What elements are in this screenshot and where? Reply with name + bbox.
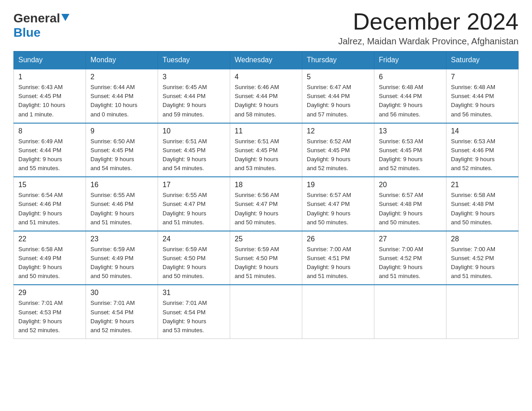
day-number: 11 xyxy=(235,127,297,135)
day-number: 18 xyxy=(235,181,297,189)
day-number: 8 xyxy=(18,127,81,135)
header-row: Sunday Monday Tuesday Wednesday Thursday… xyxy=(14,51,519,69)
month-title: December 2024 xyxy=(338,9,519,34)
day-info: Sunrise: 6:49 AMSunset: 4:44 PMDaylight:… xyxy=(18,137,81,173)
day-info: Sunrise: 7:01 AMSunset: 4:53 PMDaylight:… xyxy=(18,299,81,335)
svg-marker-0 xyxy=(61,14,69,21)
calendar-cell: 17Sunrise: 6:55 AMSunset: 4:47 PMDayligh… xyxy=(158,177,230,231)
day-info: Sunrise: 7:01 AMSunset: 4:54 PMDaylight:… xyxy=(163,299,225,335)
day-number: 2 xyxy=(90,73,153,81)
calendar-cell: 2Sunrise: 6:44 AMSunset: 4:44 PMDaylight… xyxy=(86,69,158,123)
calendar-week-1: 1Sunrise: 6:43 AMSunset: 4:45 PMDaylight… xyxy=(14,69,519,123)
day-info: Sunrise: 6:59 AMSunset: 4:50 PMDaylight:… xyxy=(235,245,297,281)
day-info: Sunrise: 6:53 AMSunset: 4:45 PMDaylight:… xyxy=(379,137,442,173)
calendar-cell: 25Sunrise: 6:59 AMSunset: 4:50 PMDayligh… xyxy=(230,231,302,285)
calendar-week-5: 29Sunrise: 7:01 AMSunset: 4:53 PMDayligh… xyxy=(14,285,519,338)
page-header: General Blue December 2024 Jalrez, Maida… xyxy=(13,9,519,47)
header-friday: Friday xyxy=(374,51,446,69)
day-info: Sunrise: 6:55 AMSunset: 4:46 PMDaylight:… xyxy=(90,191,153,227)
day-number: 27 xyxy=(379,235,442,243)
calendar-cell xyxy=(374,285,446,338)
day-info: Sunrise: 6:45 AMSunset: 4:44 PMDaylight:… xyxy=(163,83,225,119)
day-number: 22 xyxy=(18,235,81,243)
header-wednesday: Wednesday xyxy=(230,51,302,69)
day-number: 12 xyxy=(307,127,369,135)
calendar-cell: 6Sunrise: 6:48 AMSunset: 4:44 PMDaylight… xyxy=(374,69,446,123)
day-info: Sunrise: 6:59 AMSunset: 4:50 PMDaylight:… xyxy=(163,245,225,281)
calendar-cell: 16Sunrise: 6:55 AMSunset: 4:46 PMDayligh… xyxy=(86,177,158,231)
header-tuesday: Tuesday xyxy=(158,51,230,69)
header-thursday: Thursday xyxy=(302,51,374,69)
logo-blue-text: Blue xyxy=(13,26,41,39)
calendar-cell: 12Sunrise: 6:52 AMSunset: 4:45 PMDayligh… xyxy=(302,123,374,177)
calendar-cell: 29Sunrise: 7:01 AMSunset: 4:53 PMDayligh… xyxy=(14,285,86,338)
day-number: 28 xyxy=(451,235,514,243)
day-number: 21 xyxy=(451,181,514,189)
day-number: 17 xyxy=(163,181,225,189)
header-sunday: Sunday xyxy=(14,51,86,69)
day-info: Sunrise: 6:56 AMSunset: 4:47 PMDaylight:… xyxy=(235,191,297,227)
calendar-cell: 23Sunrise: 6:59 AMSunset: 4:49 PMDayligh… xyxy=(86,231,158,285)
day-number: 3 xyxy=(163,73,225,81)
calendar-cell: 9Sunrise: 6:50 AMSunset: 4:45 PMDaylight… xyxy=(86,123,158,177)
day-number: 6 xyxy=(379,73,442,81)
calendar-cell: 27Sunrise: 7:00 AMSunset: 4:52 PMDayligh… xyxy=(374,231,446,285)
calendar-cell: 22Sunrise: 6:58 AMSunset: 4:49 PMDayligh… xyxy=(14,231,86,285)
header-monday: Monday xyxy=(86,51,158,69)
day-info: Sunrise: 7:00 AMSunset: 4:52 PMDaylight:… xyxy=(451,245,514,281)
logo-arrow-icon xyxy=(61,14,69,23)
day-number: 13 xyxy=(379,127,442,135)
calendar-cell: 20Sunrise: 6:57 AMSunset: 4:48 PMDayligh… xyxy=(374,177,446,231)
day-info: Sunrise: 6:43 AMSunset: 4:45 PMDaylight:… xyxy=(18,83,81,119)
day-info: Sunrise: 6:47 AMSunset: 4:44 PMDaylight:… xyxy=(307,83,369,119)
day-info: Sunrise: 6:46 AMSunset: 4:44 PMDaylight:… xyxy=(235,83,297,119)
day-info: Sunrise: 6:59 AMSunset: 4:49 PMDaylight:… xyxy=(90,245,153,281)
location-label: Jalrez, Maidan Wardak Province, Afghanis… xyxy=(338,36,519,47)
day-number: 1 xyxy=(18,73,81,81)
calendar-cell: 4Sunrise: 6:46 AMSunset: 4:44 PMDaylight… xyxy=(230,69,302,123)
calendar-cell: 24Sunrise: 6:59 AMSunset: 4:50 PMDayligh… xyxy=(158,231,230,285)
calendar-cell: 26Sunrise: 7:00 AMSunset: 4:51 PMDayligh… xyxy=(302,231,374,285)
day-number: 23 xyxy=(90,235,153,243)
day-info: Sunrise: 6:57 AMSunset: 4:47 PMDaylight:… xyxy=(307,191,369,227)
calendar-cell xyxy=(446,285,519,338)
day-number: 7 xyxy=(451,73,514,81)
day-number: 20 xyxy=(379,181,442,189)
day-info: Sunrise: 6:53 AMSunset: 4:46 PMDaylight:… xyxy=(451,137,514,173)
calendar-cell: 30Sunrise: 7:01 AMSunset: 4:54 PMDayligh… xyxy=(86,285,158,338)
header-saturday: Saturday xyxy=(446,51,519,69)
calendar-cell xyxy=(230,285,302,338)
day-info: Sunrise: 6:51 AMSunset: 4:45 PMDaylight:… xyxy=(235,137,297,173)
calendar-week-4: 22Sunrise: 6:58 AMSunset: 4:49 PMDayligh… xyxy=(14,231,519,285)
calendar-cell xyxy=(302,285,374,338)
day-info: Sunrise: 6:48 AMSunset: 4:44 PMDaylight:… xyxy=(379,83,442,119)
day-number: 16 xyxy=(90,181,153,189)
calendar-cell: 3Sunrise: 6:45 AMSunset: 4:44 PMDaylight… xyxy=(158,69,230,123)
calendar-cell: 15Sunrise: 6:54 AMSunset: 4:46 PMDayligh… xyxy=(14,177,86,231)
calendar-cell: 21Sunrise: 6:58 AMSunset: 4:48 PMDayligh… xyxy=(446,177,519,231)
day-info: Sunrise: 7:01 AMSunset: 4:54 PMDaylight:… xyxy=(90,299,153,335)
day-info: Sunrise: 6:55 AMSunset: 4:47 PMDaylight:… xyxy=(163,191,225,227)
day-info: Sunrise: 6:58 AMSunset: 4:48 PMDaylight:… xyxy=(451,191,514,227)
calendar-cell: 31Sunrise: 7:01 AMSunset: 4:54 PMDayligh… xyxy=(158,285,230,338)
day-number: 26 xyxy=(307,235,369,243)
day-info: Sunrise: 6:57 AMSunset: 4:48 PMDaylight:… xyxy=(379,191,442,227)
calendar-cell: 8Sunrise: 6:49 AMSunset: 4:44 PMDaylight… xyxy=(14,123,86,177)
calendar-cell: 11Sunrise: 6:51 AMSunset: 4:45 PMDayligh… xyxy=(230,123,302,177)
day-info: Sunrise: 6:58 AMSunset: 4:49 PMDaylight:… xyxy=(18,245,81,281)
calendar-cell: 19Sunrise: 6:57 AMSunset: 4:47 PMDayligh… xyxy=(302,177,374,231)
day-info: Sunrise: 6:50 AMSunset: 4:45 PMDaylight:… xyxy=(90,137,153,173)
day-number: 14 xyxy=(451,127,514,135)
calendar-cell: 28Sunrise: 7:00 AMSunset: 4:52 PMDayligh… xyxy=(446,231,519,285)
calendar-cell: 1Sunrise: 6:43 AMSunset: 4:45 PMDaylight… xyxy=(14,69,86,123)
calendar-header: Sunday Monday Tuesday Wednesday Thursday… xyxy=(14,51,519,69)
day-number: 10 xyxy=(163,127,225,135)
calendar-cell: 18Sunrise: 6:56 AMSunset: 4:47 PMDayligh… xyxy=(230,177,302,231)
calendar-week-2: 8Sunrise: 6:49 AMSunset: 4:44 PMDaylight… xyxy=(14,123,519,177)
title-section: December 2024 Jalrez, Maidan Wardak Prov… xyxy=(338,9,519,47)
day-info: Sunrise: 6:51 AMSunset: 4:45 PMDaylight:… xyxy=(163,137,225,173)
logo: General Blue xyxy=(13,9,69,40)
day-number: 31 xyxy=(163,289,225,297)
day-info: Sunrise: 6:44 AMSunset: 4:44 PMDaylight:… xyxy=(90,83,153,119)
day-number: 24 xyxy=(163,235,225,243)
